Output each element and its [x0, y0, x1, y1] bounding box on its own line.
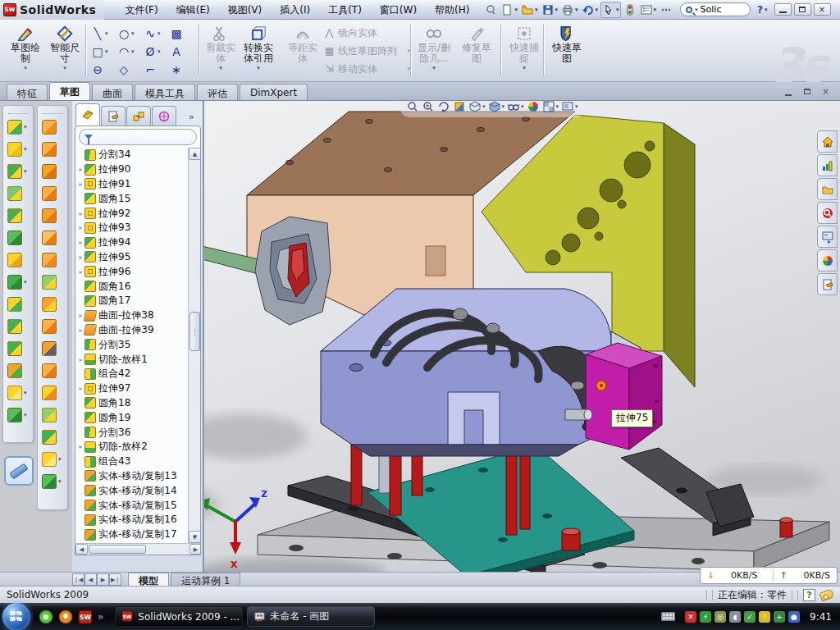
- tag-icon[interactable]: [819, 588, 835, 601]
- combine-button[interactable]: [3, 315, 33, 337]
- antivirus-alert-tray-icon[interactable]: ✕: [685, 611, 696, 623]
- dome-button[interactable]: [38, 182, 67, 204]
- menu-t[interactable]: 工具(T): [319, 0, 371, 20]
- instant3d-button[interactable]: ▾: [3, 381, 33, 404]
- deform-button[interactable]: [38, 226, 67, 249]
- section-view-icon[interactable]: [453, 101, 466, 113]
- doc-tab-motion-study[interactable]: 运动算例 1: [171, 573, 240, 586]
- display-style-icon[interactable]: ▾: [488, 101, 505, 113]
- knit-surface-button[interactable]: [38, 404, 67, 426]
- tab-last-button[interactable]: ▶❘: [109, 573, 121, 586]
- minimize-button[interactable]: [774, 3, 792, 16]
- quicklaunch-overflow[interactable]: »: [98, 611, 103, 623]
- extruded-boss-button[interactable]: ▾: [3, 116, 33, 138]
- ribbon-tab-模具工具[interactable]: 模具工具: [135, 84, 195, 100]
- restore-button[interactable]: [794, 3, 811, 16]
- start-button[interactable]: [2, 603, 30, 630]
- custom-properties-tab[interactable]: [817, 273, 838, 295]
- zoom-to-area-icon[interactable]: [422, 101, 435, 113]
- polygon-icon[interactable]: ◇: [116, 63, 143, 76]
- tree-item[interactable]: ▸拉伸95: [75, 250, 189, 265]
- tree-item[interactable]: 分割36: [75, 425, 189, 440]
- hole-wizard-button[interactable]: [3, 249, 33, 271]
- network-speed-widget[interactable]: ↓ 0KB/S ↑ 0KB/S: [700, 567, 838, 584]
- edit-appearance-icon[interactable]: [527, 101, 540, 113]
- tree-item[interactable]: ▸拉伸93: [75, 221, 189, 235]
- flex-button[interactable]: [38, 204, 67, 226]
- dimxpertmanager-tab[interactable]: [152, 106, 176, 126]
- doc-close-button[interactable]: ×: [818, 85, 833, 98]
- scroll-right-button[interactable]: ▶: [189, 544, 201, 555]
- menu-h[interactable]: 帮助(H): [426, 0, 478, 20]
- part-carrier-clamp[interactable]: [255, 217, 331, 325]
- tree-item[interactable]: 组合43: [75, 454, 189, 469]
- doc-tab-model[interactable]: 模型: [128, 573, 169, 586]
- part-guide-peg[interactable]: [565, 409, 592, 420]
- sketch-button[interactable]: 草图绘制▾: [7, 22, 44, 78]
- arc-icon[interactable]: ◠▾: [116, 45, 143, 58]
- menu-v[interactable]: 视图(V): [219, 0, 272, 20]
- spline-icon[interactable]: ∿▾: [143, 27, 169, 40]
- rotate-view-icon[interactable]: [437, 101, 450, 113]
- open-icon[interactable]: ▾: [520, 2, 539, 18]
- instant3d-surface-button[interactable]: ▾: [38, 448, 67, 470]
- curve-button[interactable]: ▾: [3, 404, 33, 426]
- sync-tray-icon[interactable]: ✓: [744, 611, 756, 623]
- tab-prev-button[interactable]: ◀: [84, 573, 97, 586]
- ribbon-tab-草图[interactable]: 草图: [49, 82, 90, 100]
- menu-e[interactable]: 编辑(E): [167, 0, 219, 20]
- rectangle-icon[interactable]: □▾: [90, 45, 116, 58]
- shield-green-tray-icon[interactable]: ⚡: [700, 611, 711, 623]
- tree-item[interactable]: ▸曲面-拉伸38: [75, 308, 189, 323]
- line-icon[interactable]: ╲▾: [90, 27, 116, 40]
- thicken-button[interactable]: [38, 293, 67, 315]
- apply-scene-icon[interactable]: ▾: [542, 101, 559, 113]
- search-results-tab[interactable]: [817, 202, 838, 224]
- tree-item[interactable]: 实体-移动/复制17: [75, 527, 189, 542]
- solidworks-quicklaunch-icon[interactable]: SW: [78, 609, 93, 624]
- tree-item[interactable]: ▸切除-放样2: [75, 440, 189, 454]
- extend-surface-button[interactable]: [38, 381, 67, 404]
- save-icon[interactable]: ▾: [541, 2, 559, 18]
- hide-show-items-icon[interactable]: ▾: [507, 101, 524, 113]
- tab-first-button[interactable]: ❘◀: [72, 573, 84, 586]
- zoom-fit-icon[interactable]: [406, 101, 419, 113]
- panel-tabs-overflow[interactable]: »: [189, 112, 194, 126]
- menu-i[interactable]: 插入(I): [271, 0, 319, 20]
- view-palette-tab[interactable]: [817, 226, 838, 248]
- wrap-button[interactable]: [38, 160, 67, 182]
- swept-boss-button[interactable]: [3, 182, 33, 204]
- tree-item[interactable]: ▸拉伸90: [75, 162, 189, 177]
- taskbar-task-solidworks[interactable]: SWSolidWorks 2009 - ...: [115, 606, 243, 627]
- tree-item[interactable]: 分割35: [75, 337, 189, 352]
- tree-item[interactable]: 实体-移动/复制16: [75, 513, 189, 527]
- mirror-button[interactable]: [3, 293, 33, 315]
- tree-item[interactable]: 圆角16: [75, 279, 189, 294]
- menu-w[interactable]: 窗口(W): [371, 0, 426, 20]
- move-copy-body-button[interactable]: [3, 359, 33, 381]
- help-chevron-icon[interactable]: ▾: [765, 7, 768, 13]
- point-icon[interactable]: ∗: [169, 63, 195, 76]
- taskbar-task-paint[interactable]: 未命名 - 画图: [247, 606, 375, 627]
- hscrollbar-thumb[interactable]: [89, 545, 146, 554]
- featuremanager-tab[interactable]: [75, 103, 100, 126]
- undo-icon[interactable]: ▾: [581, 2, 600, 18]
- doc-restore-button[interactable]: [799, 85, 815, 98]
- boundary-surface-button[interactable]: [38, 271, 67, 293]
- scroll-up-button[interactable]: ▲: [189, 148, 201, 160]
- volume-tray-icon[interactable]: ◖: [729, 611, 741, 623]
- chamfer-button[interactable]: [3, 226, 33, 249]
- tree-item[interactable]: 圆角18: [75, 396, 189, 411]
- launcher-quicklaunch-icon[interactable]: [58, 609, 73, 624]
- tree-vertical-scrollbar[interactable]: ▲ ▼: [188, 148, 200, 543]
- tree-horizontal-scrollbar[interactable]: ◀ ▶: [75, 543, 201, 555]
- doc-minimize-button[interactable]: [780, 85, 796, 98]
- file-explorer-tab[interactable]: [817, 178, 838, 200]
- configurationmanager-tab[interactable]: [126, 106, 151, 126]
- view-orientation-icon[interactable]: ▾: [468, 101, 486, 113]
- smart-dimension-button[interactable]: 智能尺寸▾: [46, 22, 84, 78]
- propertymanager-tab[interactable]: [101, 106, 126, 126]
- ellipse-icon[interactable]: Ø▾: [143, 45, 169, 58]
- tree-item[interactable]: ▸拉伸91: [75, 177, 189, 192]
- ribbon-tab-评估[interactable]: 评估: [197, 84, 238, 100]
